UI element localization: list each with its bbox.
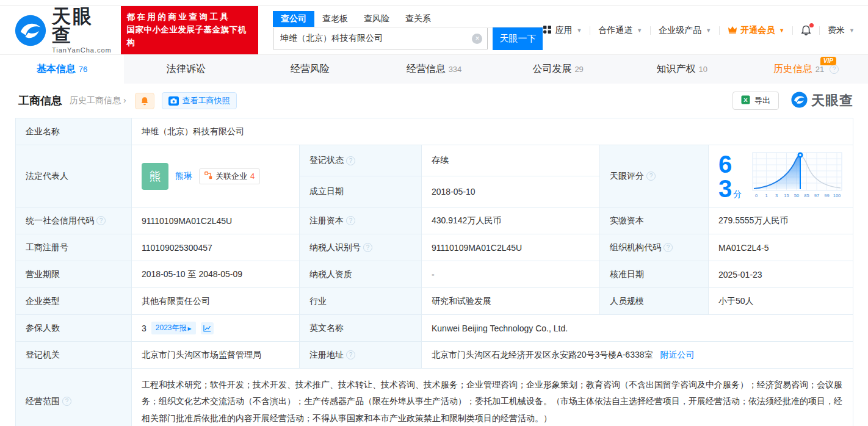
org-chart-icon: [204, 171, 212, 181]
tab-legal-litigation[interactable]: 法律诉讼: [124, 55, 248, 84]
help-icon[interactable]: ?: [830, 65, 839, 74]
field-label-establish-date: 成立日期: [300, 176, 422, 208]
field-label-paid-capital: 实缴资本: [600, 208, 709, 234]
help-icon[interactable]: ?: [62, 397, 71, 406]
tianyancha-swirl-icon: [15, 15, 46, 46]
trend-chart-icon[interactable]: [201, 322, 214, 334]
field-label-reg-capital: 注册资本?: [300, 208, 422, 234]
field-label-business-term: 营业期限: [16, 261, 132, 288]
search-tab-relation[interactable]: 查关系: [397, 11, 439, 27]
user-menu[interactable]: 费米 ▼: [828, 25, 855, 36]
field-value-taxpayer-quality: -: [422, 261, 600, 288]
help-icon[interactable]: ?: [346, 350, 355, 359]
tab-count: 334: [449, 65, 462, 74]
export-button-label: 导出: [754, 95, 770, 106]
score-unit: 分: [733, 189, 742, 199]
tab-label: 公司发展: [532, 63, 571, 76]
username-label: 费米: [828, 25, 845, 36]
related-companies-label: 关联企业: [215, 171, 247, 182]
view-business-snapshot-button[interactable]: 查看工商快照: [162, 92, 237, 109]
field-value-paid-capital: 279.5555万人民币: [709, 208, 853, 234]
field-value-credit-code: 91110109MA01C2L45U: [132, 208, 300, 234]
watermark-brand-text: 天眼查: [811, 92, 853, 110]
annual-report-badge[interactable]: 2023年报▸: [151, 322, 196, 334]
nav-enterprise[interactable]: 企业级产品 ▼: [659, 25, 711, 36]
nav-open-vip[interactable]: 开通会员 ▼: [728, 25, 784, 36]
chevron-down-icon: ▼: [849, 27, 855, 34]
tab-operation-info[interactable]: 经营信息 334: [372, 55, 496, 84]
field-value-company-type: 其他有限责任公司: [132, 288, 300, 315]
chevron-down-icon: ▼: [706, 27, 711, 34]
logo-brand-text: 天眼查: [52, 7, 112, 45]
clear-search-icon[interactable]: ×: [472, 34, 482, 44]
help-icon[interactable]: ?: [664, 243, 673, 252]
tab-label: 知识产权: [657, 63, 696, 76]
nav-apps[interactable]: 应用 ▼: [543, 25, 582, 36]
search-tab-risk[interactable]: 查风险: [356, 11, 397, 27]
help-icon[interactable]: ?: [346, 156, 355, 165]
nav-vip-label: 开通会员: [740, 25, 775, 36]
field-label-credit-code: 统一社会信用代码?: [16, 208, 132, 234]
camera-icon: [168, 96, 179, 106]
slogan-line1: 都在用的商业查询工具: [127, 11, 253, 24]
svg-text:X: X: [743, 96, 748, 103]
svg-text:100: 100: [833, 193, 841, 198]
help-icon[interactable]: ?: [346, 216, 355, 225]
tab-basic-info[interactable]: 基本信息 76: [0, 55, 124, 84]
field-label-reg-authority: 登记机关: [16, 342, 132, 369]
svg-text:50: 50: [794, 193, 799, 198]
svg-text:3: 3: [775, 193, 778, 198]
legal-rep-avatar[interactable]: 熊: [142, 163, 168, 190]
legal-rep-name-link[interactable]: 熊琳: [175, 171, 192, 182]
notifications-bell-icon[interactable]: [801, 25, 811, 36]
tab-label: 历史信息: [773, 63, 812, 76]
vip-badge: VIP: [820, 57, 836, 65]
field-value-approval-date: 2025-01-23: [709, 261, 853, 288]
related-companies-count: 4: [250, 171, 255, 181]
field-label-taxpayer-quality: 纳税人资质: [300, 261, 422, 288]
field-value-business-scope: 工程和技术研究；软件开发；技术开发、技术推广、技术转让、技术咨询、技术服务；企业…: [132, 369, 853, 426]
company-detail-tabs: 基本信息 76 法律诉讼 经营风险 经营信息 334 公司发展 29 知识产权 …: [0, 54, 868, 84]
search-tab-company[interactable]: 查公司: [273, 11, 314, 27]
field-label-staff-size: 人员规模: [600, 288, 709, 315]
divider: [819, 26, 820, 35]
svg-text:99: 99: [824, 193, 829, 198]
related-companies-badge[interactable]: 关联企业 4: [199, 168, 260, 184]
header-nav: 应用 ▼ 合作通道 ▼ 企业级产品 ▼ 开通会员 ▼ 费米 ▼: [543, 25, 855, 36]
search-button[interactable]: 天眼一下: [493, 27, 543, 50]
tab-label: 基本信息: [37, 63, 76, 76]
svg-text:0: 0: [755, 193, 758, 198]
field-value-reg-authority: 北京市门头沟区市场监督管理局: [132, 342, 300, 369]
tianyancha-logo[interactable]: 天眼查 TianYanCha.com: [15, 7, 112, 54]
nearby-companies-link[interactable]: 附近公司: [660, 350, 694, 359]
divider: [792, 26, 793, 35]
tab-label: 经营信息: [407, 63, 446, 76]
field-value-establish-date: 2018-05-10: [422, 176, 600, 208]
field-value-insured-count: 3 2023年报▸: [132, 315, 300, 342]
help-icon[interactable]: ?: [96, 216, 106, 225]
nav-enterprise-label: 企业级产品: [659, 25, 701, 36]
field-value-english-name: Kunwei Beijing Technology Co., Ltd.: [422, 315, 853, 342]
tab-history-info[interactable]: VIP 历史信息 21 ?: [744, 55, 868, 84]
tab-intellectual-property[interactable]: 知识产权 10: [620, 55, 744, 84]
notification-dot: [809, 23, 814, 27]
tab-operation-risk[interactable]: 经营风险: [248, 55, 372, 84]
nav-apps-label: 应用: [555, 25, 572, 36]
help-icon[interactable]: ?: [363, 243, 372, 252]
divider: [590, 26, 590, 35]
nav-partner[interactable]: 合作通道 ▼: [598, 25, 642, 36]
help-icon[interactable]: ?: [646, 171, 656, 181]
tab-company-development[interactable]: 公司发展 29: [496, 55, 620, 84]
field-label-reg-number: 工商注册号: [16, 234, 132, 261]
export-button[interactable]: X 导出: [732, 92, 779, 110]
search-input[interactable]: [273, 28, 488, 49]
history-business-info-link[interactable]: 历史工商信息 ›: [70, 95, 126, 106]
field-value-reg-number: 110109025300457: [132, 234, 300, 261]
score-value: 63: [718, 151, 732, 202]
field-value-reg-address: 北京市门头沟区石龙经济开发区永安路20号3号楼A-6338室 附近公司: [422, 342, 853, 369]
search-tab-boss[interactable]: 查老板: [314, 11, 356, 27]
field-label-score: 天眼评分?: [600, 145, 709, 208]
monitor-bell-button[interactable]: [135, 93, 154, 109]
field-value-business-term: 2018-05-10 至 2048-05-09: [132, 261, 300, 288]
nav-partner-label: 合作通道: [598, 25, 632, 36]
